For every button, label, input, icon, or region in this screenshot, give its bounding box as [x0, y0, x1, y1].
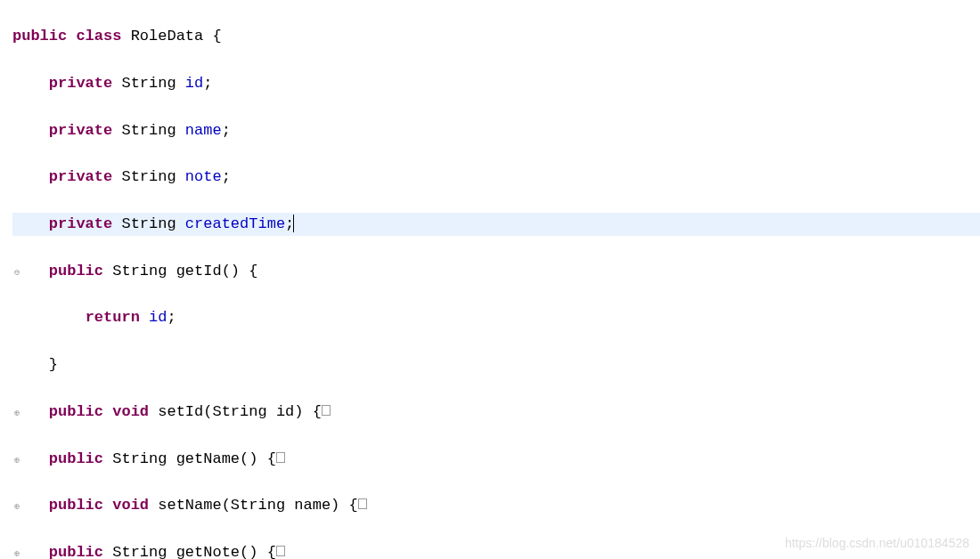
- field-createdTime: createdTime: [185, 215, 285, 232]
- method-setId: setId: [158, 403, 203, 420]
- code-editor[interactable]: public class RoleData { private String i…: [0, 0, 980, 559]
- method-getId: getId: [176, 263, 222, 280]
- keyword-public: public: [49, 263, 103, 280]
- field-note: note: [185, 168, 222, 185]
- folded-body-icon[interactable]: [276, 546, 285, 556]
- code-line: ⊕ public void setId(String id) {: [12, 401, 980, 424]
- code-line: return id;: [12, 306, 980, 329]
- method-setName: setName: [158, 497, 221, 514]
- method-getName: getName: [176, 450, 240, 467]
- type-string: String: [121, 75, 176, 92]
- code-line: }: [12, 353, 980, 377]
- fold-expand-icon[interactable]: ⊕: [14, 500, 20, 514]
- type-string: String: [121, 122, 176, 139]
- code-line: ⊕ public void setName(String name) {: [12, 494, 980, 517]
- code-line: private String id;: [12, 72, 980, 95]
- fold-expand-icon[interactable]: ⊕: [14, 547, 20, 559]
- fold-collapse-icon[interactable]: ⊖: [14, 266, 20, 280]
- class-name: RoleData: [131, 28, 204, 45]
- code-line: ⊕ public String getNote() {: [12, 541, 980, 559]
- method-getNote: getNote: [176, 544, 240, 559]
- folded-body-icon[interactable]: [276, 452, 285, 463]
- folded-body-icon[interactable]: [358, 498, 367, 509]
- keyword-public: public: [12, 28, 67, 45]
- text-cursor: [293, 215, 294, 232]
- code-line: ⊕ public String getName() {: [12, 448, 980, 471]
- field-id: id: [185, 75, 203, 92]
- folded-body-icon[interactable]: [322, 405, 331, 416]
- code-line: private String note;: [12, 166, 980, 189]
- type-string: String: [121, 168, 176, 185]
- keyword-return: return: [86, 309, 140, 326]
- keyword-private: private: [49, 122, 112, 139]
- keyword-private: private: [49, 215, 112, 232]
- keyword-private: private: [49, 75, 112, 92]
- fold-expand-icon[interactable]: ⊕: [14, 407, 20, 421]
- code-line-highlighted: private String createdTime;: [12, 213, 980, 236]
- type-string: String: [121, 215, 176, 232]
- fold-expand-icon[interactable]: ⊕: [14, 454, 20, 468]
- keyword-class: class: [76, 28, 121, 45]
- code-line: private String name;: [12, 119, 980, 142]
- code-line: ⊖ public String getId() {: [12, 260, 980, 283]
- keyword-private: private: [49, 168, 112, 185]
- field-name: name: [185, 122, 222, 139]
- code-line: public class RoleData {: [12, 25, 980, 48]
